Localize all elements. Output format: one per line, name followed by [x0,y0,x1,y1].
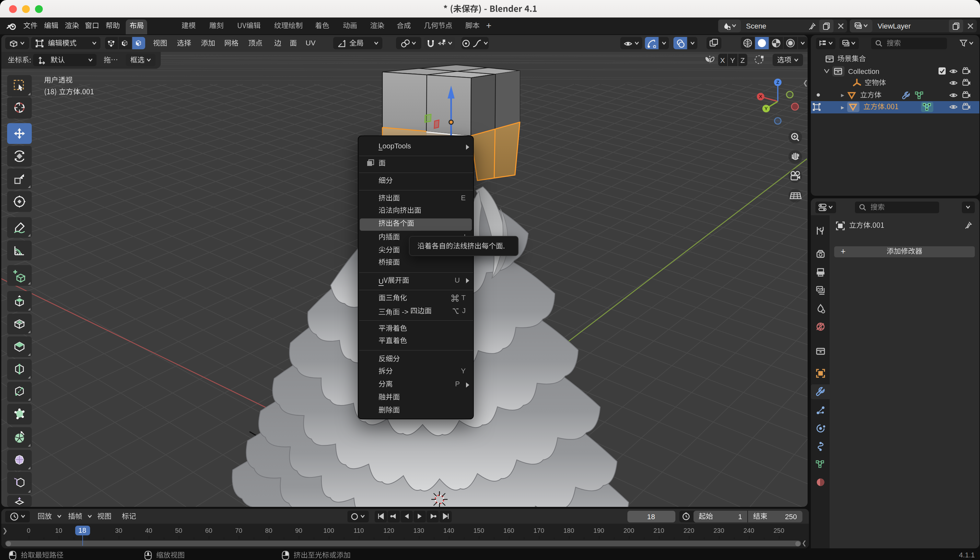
svg-text:Z: Z [776,79,779,85]
svg-text:Y: Y [764,106,767,111]
svg-text:X: X [759,94,762,99]
